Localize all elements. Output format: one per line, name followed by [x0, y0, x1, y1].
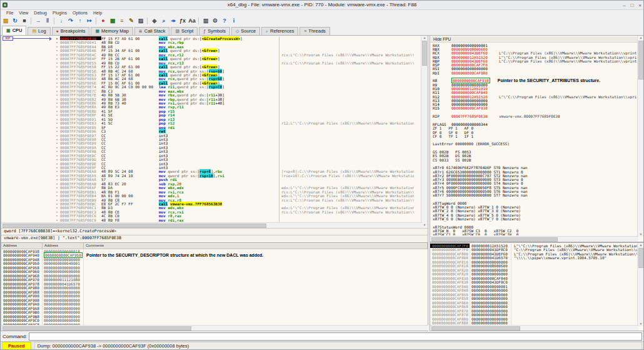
- run-icon[interactable]: →: [34, 17, 43, 25]
- menu-bar: FileViewDebugPluginsOptionsHelp: [1, 9, 643, 16]
- breakpoint-dot-icon[interactable]: •: [54, 218, 60, 222]
- memory-map-icon[interactable]: ▦: [108, 17, 117, 25]
- step-over-icon[interactable]: ↷: [66, 17, 75, 25]
- toolbar-separator: [198, 18, 199, 24]
- scroll-down-icon[interactable]: ▼: [421, 223, 428, 227]
- scroll-thumb[interactable]: [431, 237, 558, 242]
- stack-vscrollbar[interactable]: ▲ ▼: [637, 243, 644, 326]
- tab-script[interactable]: ▨Script: [171, 27, 198, 35]
- notes-icon[interactable]: ✎: [127, 17, 136, 25]
- dump-header-address[interactable]: Address: [1, 243, 43, 249]
- script-icon[interactable]: ▨: [136, 17, 145, 25]
- tab-source[interactable]: ◇Source: [231, 27, 260, 35]
- menu-debug[interactable]: Debug: [34, 11, 47, 15]
- register-value: 0000000000CAF980: [451, 71, 491, 75]
- registers-vscrollbar[interactable]: ▲ ▼: [637, 36, 644, 237]
- register-name: R15: [433, 106, 451, 110]
- dump-pane: AddressAddressComments 0000000000CAF9380…: [1, 242, 428, 331]
- rip-arrow-icon: [49, 37, 52, 41]
- tab-call-stack[interactable]: ≣Call Stack: [134, 27, 170, 35]
- log-icon[interactable]: ≡: [118, 17, 126, 25]
- tab-script-icon: ▨: [175, 28, 179, 35]
- tab-memory-map-icon: ▦: [95, 28, 99, 35]
- menu-options[interactable]: Options: [73, 11, 88, 15]
- hide-fpu-button[interactable]: Hide FPU: [431, 36, 637, 43]
- scroll-thumb[interactable]: [3, 224, 266, 228]
- close-button[interactable]: ×: [638, 3, 641, 8]
- stack-hscrollbar[interactable]: [430, 325, 638, 331]
- find-icon[interactable]: ⌕: [159, 17, 168, 25]
- rip-marker: RIP: [3, 36, 54, 41]
- tab-symbols-icon: ƒ: [203, 28, 206, 35]
- settings-icon[interactable]: ⚙: [211, 17, 219, 25]
- scroll-thumb[interactable]: [3, 326, 191, 331]
- tab-symbols[interactable]: ƒSymbols: [199, 27, 230, 35]
- fx-icon[interactable]: ƒx: [178, 17, 187, 25]
- rip-label: RIP: [3, 36, 13, 41]
- tab-references-icon: ⌕: [266, 28, 268, 35]
- pause-icon[interactable]: ‖: [43, 17, 52, 25]
- scroll-down-icon[interactable]: ▼: [638, 322, 644, 326]
- graph-icon[interactable]: ◈: [150, 17, 159, 25]
- disasm-bytes: 48 8B F8: [101, 218, 159, 222]
- scroll-up-icon[interactable]: ▲: [421, 36, 428, 40]
- register-value: 00007FF7685F0E3B: [451, 114, 491, 118]
- references-icon[interactable]: ↠: [169, 17, 178, 25]
- tab-breakpoints[interactable]: ●Breakpoints: [52, 27, 90, 35]
- tab-threads[interactable]: »Threads: [299, 27, 330, 35]
- scroll-thumb[interactable]: [431, 326, 520, 331]
- dump-hscrollbar[interactable]: [1, 325, 428, 331]
- tab-cpu[interactable]: ▣CPU: [2, 26, 26, 35]
- menu-help[interactable]: Help: [93, 11, 102, 15]
- register-name: RDI: [433, 71, 451, 75]
- tab-references[interactable]: ⌕References: [261, 27, 298, 35]
- disasm-row[interactable]: •00007FF7685F0EC948 8B F8mov rdi,rax: [1, 218, 414, 222]
- menu-file[interactable]: File: [6, 11, 13, 15]
- dump-header-comments[interactable]: Comments: [84, 243, 428, 249]
- scroll-thumb[interactable]: [638, 41, 643, 80]
- breakpoint-icon[interactable]: ●: [99, 17, 108, 25]
- window-controls: –□×: [623, 1, 641, 9]
- scroll-up-icon[interactable]: ▲: [638, 243, 644, 247]
- tab-cpu-icon: ▣: [6, 27, 11, 34]
- tab-label: Call Stack: [144, 28, 166, 35]
- tab-log[interactable]: ▤Log: [28, 27, 50, 35]
- menu-plugins[interactable]: Plugins: [53, 11, 67, 15]
- tab-breakpoints-icon: ●: [56, 28, 59, 35]
- tab-bar: ▣CPU▤Log●Breakpoints▦Memory Map≣Call Sta…: [1, 26, 643, 36]
- tab-threads-icon: »: [304, 28, 306, 35]
- tab-memory-map[interactable]: ▦Memory Map: [91, 27, 133, 35]
- register-annotation: Pointer to the SECURITY_ATTRIBUTES struc…: [498, 78, 600, 83]
- info-line-pointer: qword [7FF768C0B838]=<kernel32.CreatePro…: [1, 228, 428, 235]
- command-input[interactable]: [29, 332, 642, 341]
- scroll-up-icon[interactable]: ▲: [638, 36, 644, 40]
- run-to-return-icon[interactable]: ↦: [85, 17, 94, 25]
- scroll-thumb[interactable]: [422, 41, 427, 66]
- scroll-thumb[interactable]: [638, 248, 643, 268]
- disasm-comment: [279, 218, 414, 222]
- calculator-icon[interactable]: ▥: [201, 17, 210, 25]
- x64dbg-window: x64_dbg - File: vmware-vmx.exe - PID: 77…: [0, 0, 644, 350]
- about-icon[interactable]: i: [229, 17, 238, 25]
- status-bar: Paused Dump: 0000000000CAF938 -> 0000000…: [1, 341, 643, 349]
- dump-header-address[interactable]: Address: [43, 243, 84, 249]
- registers-hscrollbar[interactable]: [430, 236, 638, 242]
- stop-icon[interactable]: ■: [20, 17, 29, 25]
- font-icon[interactable]: Aa: [188, 17, 196, 25]
- step-into-icon[interactable]: ↓: [57, 17, 66, 25]
- tab-label: References: [270, 28, 294, 35]
- register-reference: vmware-vmx.00007FF7685F0E3B: [499, 114, 560, 118]
- scroll-down-icon[interactable]: ▼: [638, 232, 644, 237]
- step-out-icon[interactable]: ↑: [76, 17, 84, 25]
- open-file-icon[interactable]: ▤: [1, 17, 10, 25]
- disassembly-hscrollbar[interactable]: [1, 222, 422, 228]
- registers-pane: Hide FPU RAX0000000000000001RBX000000000…: [430, 35, 644, 242]
- disassembly-vscrollbar[interactable]: ▲ ▼: [421, 36, 428, 227]
- toolbar-separator: [54, 18, 54, 24]
- restart-icon[interactable]: ↻: [11, 17, 19, 25]
- menu-view[interactable]: View: [19, 11, 28, 15]
- title-bar: x64_dbg - File: vmware-vmx.exe - PID: 77…: [1, 1, 643, 10]
- minimize-button[interactable]: –: [623, 3, 625, 8]
- maximize-button[interactable]: □: [630, 3, 633, 8]
- help-icon[interactable]: ?: [220, 17, 229, 25]
